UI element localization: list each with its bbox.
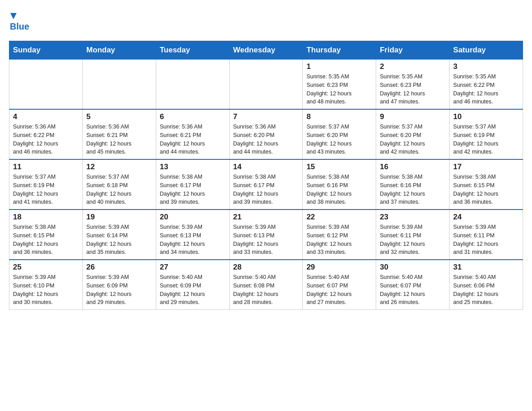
calendar-week-row: 1Sunrise: 5:35 AMSunset: 6:23 PMDaylight… [9, 60, 523, 110]
weekday-header-row: SundayMondayTuesdayWednesdayThursdayFrid… [9, 41, 523, 60]
day-info: Sunrise: 5:39 AMSunset: 6:13 PMDaylight:… [160, 223, 226, 257]
day-number: 10 [453, 112, 519, 121]
day-info: Sunrise: 5:40 AMSunset: 6:08 PMDaylight:… [233, 273, 299, 307]
day-number: 1 [306, 62, 372, 71]
calendar-cell: 19Sunrise: 5:39 AMSunset: 6:14 PMDayligh… [82, 210, 156, 260]
weekday-header-thursday: Thursday [303, 41, 376, 60]
day-info: Sunrise: 5:39 AMSunset: 6:12 PMDaylight:… [306, 223, 372, 257]
day-number: 26 [86, 263, 152, 272]
day-number: 20 [160, 213, 226, 222]
day-number: 7 [233, 112, 299, 121]
day-info: Sunrise: 5:35 AMSunset: 6:23 PMDaylight:… [380, 73, 446, 106]
calendar-cell: 2Sunrise: 5:35 AMSunset: 6:23 PMDaylight… [376, 60, 450, 110]
day-number: 5 [86, 112, 152, 121]
day-number: 29 [306, 263, 372, 272]
day-number: 31 [453, 263, 519, 272]
calendar-cell: 16Sunrise: 5:38 AMSunset: 6:16 PMDayligh… [376, 159, 450, 210]
calendar-cell [9, 60, 83, 110]
day-number: 9 [380, 112, 446, 121]
day-number: 18 [13, 213, 79, 222]
day-info: Sunrise: 5:36 AMSunset: 6:21 PMDaylight:… [160, 123, 226, 156]
calendar-table: SundayMondayTuesdayWednesdayThursdayFrid… [9, 41, 523, 310]
day-info: Sunrise: 5:38 AMSunset: 6:15 PMDaylight:… [13, 223, 79, 257]
calendar-cell: 27Sunrise: 5:40 AMSunset: 6:09 PMDayligh… [156, 260, 229, 310]
weekday-header-tuesday: Tuesday [156, 41, 229, 60]
calendar-cell: 18Sunrise: 5:38 AMSunset: 6:15 PMDayligh… [9, 210, 83, 260]
calendar-cell: 5Sunrise: 5:36 AMSunset: 6:21 PMDaylight… [82, 109, 156, 159]
calendar-cell: 28Sunrise: 5:40 AMSunset: 6:08 PMDayligh… [229, 260, 303, 310]
calendar-cell: 31Sunrise: 5:40 AMSunset: 6:06 PMDayligh… [450, 260, 523, 310]
day-info: Sunrise: 5:37 AMSunset: 6:20 PMDaylight:… [306, 123, 372, 156]
day-info: Sunrise: 5:39 AMSunset: 6:11 PMDaylight:… [380, 223, 446, 257]
day-info: Sunrise: 5:40 AMSunset: 6:07 PMDaylight:… [306, 273, 372, 307]
calendar-cell: 13Sunrise: 5:38 AMSunset: 6:17 PMDayligh… [156, 159, 229, 210]
weekday-header-friday: Friday [376, 41, 450, 60]
day-info: Sunrise: 5:37 AMSunset: 6:20 PMDaylight:… [380, 123, 446, 156]
calendar-cell: 24Sunrise: 5:39 AMSunset: 6:11 PMDayligh… [450, 210, 523, 260]
day-number: 19 [86, 213, 152, 222]
page-header: Blue [9, 9, 523, 32]
calendar-cell: 25Sunrise: 5:39 AMSunset: 6:10 PMDayligh… [9, 260, 83, 310]
calendar-week-row: 11Sunrise: 5:37 AMSunset: 6:19 PMDayligh… [9, 159, 523, 210]
day-number: 24 [453, 213, 519, 222]
calendar-week-row: 18Sunrise: 5:38 AMSunset: 6:15 PMDayligh… [9, 210, 523, 260]
day-number: 22 [306, 213, 372, 222]
day-info: Sunrise: 5:37 AMSunset: 6:19 PMDaylight:… [453, 123, 519, 156]
day-info: Sunrise: 5:39 AMSunset: 6:10 PMDaylight:… [13, 273, 79, 307]
calendar-cell: 15Sunrise: 5:38 AMSunset: 6:16 PMDayligh… [303, 159, 376, 210]
day-info: Sunrise: 5:37 AMSunset: 6:18 PMDaylight:… [86, 173, 152, 206]
day-info: Sunrise: 5:39 AMSunset: 6:11 PMDaylight:… [453, 223, 519, 257]
day-info: Sunrise: 5:38 AMSunset: 6:15 PMDaylight:… [453, 173, 519, 206]
day-number: 3 [453, 62, 519, 71]
weekday-header-wednesday: Wednesday [229, 41, 303, 60]
calendar-cell: 7Sunrise: 5:36 AMSunset: 6:20 PMDaylight… [229, 109, 303, 159]
day-number: 6 [160, 112, 226, 121]
day-info: Sunrise: 5:35 AMSunset: 6:23 PMDaylight:… [306, 73, 372, 106]
day-info: Sunrise: 5:36 AMSunset: 6:20 PMDaylight:… [233, 123, 299, 156]
day-number: 30 [380, 263, 446, 272]
day-info: Sunrise: 5:40 AMSunset: 6:06 PMDaylight:… [453, 273, 519, 307]
day-info: Sunrise: 5:40 AMSunset: 6:07 PMDaylight:… [380, 273, 446, 307]
day-number: 4 [13, 112, 79, 121]
day-number: 23 [380, 213, 446, 222]
day-number: 14 [233, 163, 299, 171]
day-number: 16 [380, 163, 446, 171]
calendar-cell: 30Sunrise: 5:40 AMSunset: 6:07 PMDayligh… [376, 260, 450, 310]
calendar-cell: 6Sunrise: 5:36 AMSunset: 6:21 PMDaylight… [156, 109, 229, 159]
weekday-header-monday: Monday [82, 41, 156, 60]
calendar-cell [229, 60, 303, 110]
day-info: Sunrise: 5:38 AMSunset: 6:17 PMDaylight:… [160, 173, 226, 206]
day-number: 12 [86, 163, 152, 171]
calendar-body: 1Sunrise: 5:35 AMSunset: 6:23 PMDaylight… [9, 60, 523, 310]
day-number: 15 [306, 163, 372, 171]
day-number: 2 [380, 62, 446, 71]
logo: Blue [9, 9, 29, 32]
day-number: 28 [233, 263, 299, 272]
calendar-cell: 20Sunrise: 5:39 AMSunset: 6:13 PMDayligh… [156, 210, 229, 260]
day-info: Sunrise: 5:36 AMSunset: 6:22 PMDaylight:… [13, 123, 79, 156]
calendar-cell: 22Sunrise: 5:39 AMSunset: 6:12 PMDayligh… [303, 210, 376, 260]
calendar-cell: 21Sunrise: 5:39 AMSunset: 6:13 PMDayligh… [229, 210, 303, 260]
calendar-week-row: 4Sunrise: 5:36 AMSunset: 6:22 PMDaylight… [9, 109, 523, 159]
day-number: 27 [160, 263, 226, 272]
day-number: 13 [160, 163, 226, 171]
logo-tagline: Blue [10, 21, 29, 32]
day-info: Sunrise: 5:39 AMSunset: 6:13 PMDaylight:… [233, 223, 299, 257]
calendar-cell [82, 60, 156, 110]
calendar-week-row: 25Sunrise: 5:39 AMSunset: 6:10 PMDayligh… [9, 260, 523, 310]
calendar-cell: 12Sunrise: 5:37 AMSunset: 6:18 PMDayligh… [82, 159, 156, 210]
day-info: Sunrise: 5:39 AMSunset: 6:14 PMDaylight:… [86, 223, 152, 257]
day-number: 21 [233, 213, 299, 222]
svg-marker-0 [10, 13, 17, 19]
calendar-cell: 11Sunrise: 5:37 AMSunset: 6:19 PMDayligh… [9, 159, 83, 210]
day-info: Sunrise: 5:35 AMSunset: 6:22 PMDaylight:… [453, 73, 519, 106]
day-info: Sunrise: 5:40 AMSunset: 6:09 PMDaylight:… [160, 273, 226, 307]
calendar-cell: 4Sunrise: 5:36 AMSunset: 6:22 PMDaylight… [9, 109, 83, 159]
day-info: Sunrise: 5:38 AMSunset: 6:16 PMDaylight:… [306, 173, 372, 206]
day-info: Sunrise: 5:36 AMSunset: 6:21 PMDaylight:… [86, 123, 152, 156]
day-number: 25 [13, 263, 79, 272]
calendar-cell: 26Sunrise: 5:39 AMSunset: 6:09 PMDayligh… [82, 260, 156, 310]
calendar-cell: 29Sunrise: 5:40 AMSunset: 6:07 PMDayligh… [303, 260, 376, 310]
day-number: 11 [13, 163, 79, 171]
calendar-cell: 1Sunrise: 5:35 AMSunset: 6:23 PMDaylight… [303, 60, 376, 110]
